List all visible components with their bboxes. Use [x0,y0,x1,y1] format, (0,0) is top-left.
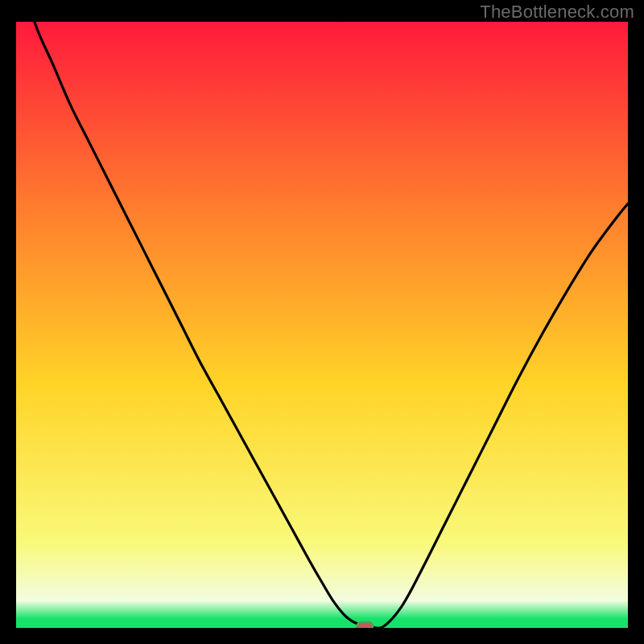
watermark-label: TheBottleneck.com [480,2,634,23]
optimal-marker [357,622,373,628]
chart-svg [16,22,628,628]
chart-frame: TheBottleneck.com [0,0,644,644]
gradient-background [16,22,628,628]
plot-area [16,22,628,628]
